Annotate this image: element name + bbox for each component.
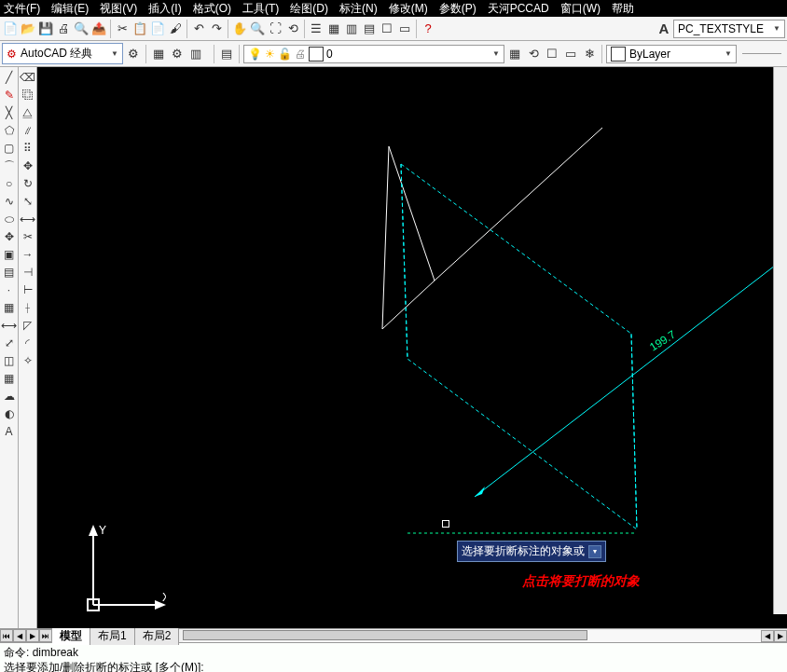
scrollbar-track[interactable]: [183, 630, 761, 642]
insert-icon[interactable]: ▤: [1, 264, 18, 281]
open-icon[interactable]: 📂: [20, 21, 36, 37]
scale-icon[interactable]: ⤡: [20, 193, 36, 210]
tab-layout2[interactable]: 布局2: [135, 627, 180, 645]
props-icon[interactable]: ☰: [308, 21, 324, 37]
move-icon[interactable]: ✥: [1, 228, 18, 245]
menu-edit[interactable]: 编辑(E): [51, 1, 89, 17]
rotate-icon[interactable]: ↻: [20, 175, 36, 192]
menu-modify[interactable]: 修改(M): [389, 1, 428, 17]
ws-save-icon[interactable]: ▦: [150, 46, 167, 62]
menu-help[interactable]: 帮助: [612, 1, 634, 17]
region-icon[interactable]: ◫: [1, 352, 18, 369]
dim2-icon[interactable]: ⤢: [1, 335, 18, 351]
xline-icon[interactable]: ╳: [1, 104, 18, 121]
pline-icon[interactable]: ✎: [1, 87, 18, 103]
save-icon[interactable]: 💾: [37, 21, 54, 37]
explode-icon[interactable]: ✧: [20, 352, 36, 369]
dim1-icon[interactable]: ⟷: [1, 317, 18, 334]
text-a-icon[interactable]: A: [656, 21, 672, 37]
cut-icon[interactable]: ✂: [114, 21, 131, 37]
tab-prev-icon[interactable]: ◀: [13, 629, 26, 642]
publish-icon[interactable]: 📤: [90, 21, 107, 37]
wipe-icon[interactable]: ◐: [1, 405, 18, 422]
table-icon[interactable]: ▦: [1, 370, 18, 387]
zoomwin-icon[interactable]: ⛶: [267, 21, 283, 37]
tab-model[interactable]: 模型: [52, 627, 90, 645]
match-icon[interactable]: 🖌: [167, 21, 184, 37]
rect-icon[interactable]: ▢: [1, 140, 18, 157]
polygon-icon[interactable]: ⬠: [1, 122, 18, 139]
menu-window[interactable]: 窗口(W): [560, 1, 601, 17]
layer-iso-icon[interactable]: ☐: [544, 46, 560, 62]
break2-icon[interactable]: ⊢: [20, 281, 36, 298]
paste-icon[interactable]: 📄: [149, 21, 166, 37]
layer-prev-icon[interactable]: ⟲: [525, 46, 542, 62]
extend-icon[interactable]: →: [20, 246, 36, 263]
print-icon[interactable]: 🖨: [55, 21, 72, 37]
help-icon[interactable]: ?: [420, 21, 436, 37]
menu-pccad[interactable]: 天河PCCAD: [488, 1, 549, 17]
tp-icon[interactable]: ▥: [343, 21, 360, 37]
scrollbar-thumb[interactable]: [183, 630, 587, 640]
layer-off-icon[interactable]: ▭: [562, 46, 579, 62]
zoomprev-icon[interactable]: ⟲: [284, 21, 301, 37]
mirror-icon[interactable]: ⧋: [20, 104, 36, 121]
menu-file[interactable]: 文件(F): [4, 1, 40, 17]
ssm-icon[interactable]: ▤: [361, 21, 378, 37]
scroll-right-icon[interactable]: ▶: [774, 630, 787, 642]
layer-dropdown[interactable]: 💡 ☀ 🔓 🖨 0 ▼: [243, 45, 504, 63]
point-icon[interactable]: ·: [1, 281, 18, 298]
spline-icon[interactable]: ∿: [1, 193, 18, 210]
trim-icon[interactable]: ✂: [20, 228, 36, 245]
pan-icon[interactable]: ✋: [231, 21, 248, 37]
layer-state-icon[interactable]: ▦: [506, 46, 523, 62]
ws-gear2-icon[interactable]: ⚙: [169, 46, 186, 62]
offset-icon[interactable]: ⫽: [20, 122, 36, 139]
textstyle-dropdown[interactable]: PC_TEXTSTYLE ▼: [673, 20, 785, 38]
ws-lock-icon[interactable]: ▥: [187, 46, 204, 62]
menu-format[interactable]: 格式(O): [193, 1, 231, 17]
dynamic-input[interactable]: 选择要折断标注的对象或 ▾: [457, 541, 606, 562]
erase-icon[interactable]: ⌫: [20, 69, 36, 86]
circle-icon[interactable]: ○: [1, 175, 18, 192]
preview-icon[interactable]: 🔍: [73, 21, 90, 37]
join-icon[interactable]: ⟊: [20, 299, 36, 316]
array-icon[interactable]: ⠿: [20, 140, 36, 157]
mtext-icon[interactable]: A: [1, 423, 18, 440]
hatch-icon[interactable]: ▦: [1, 299, 18, 316]
ellipse-icon[interactable]: ⬭: [1, 211, 18, 227]
copy-icon[interactable]: 📋: [131, 21, 148, 37]
menu-view[interactable]: 视图(V): [100, 1, 137, 17]
linetype-dropdown[interactable]: ByLayer ▼: [606, 45, 737, 63]
menu-insert[interactable]: 插入(I): [148, 1, 181, 17]
menu-tools[interactable]: 工具(T): [242, 1, 279, 17]
chamfer-icon[interactable]: ◸: [20, 317, 36, 334]
menu-dim[interactable]: 标注(N): [339, 1, 378, 17]
tab-first-icon[interactable]: ⏮: [0, 629, 13, 642]
undo-icon[interactable]: ↶: [190, 21, 207, 37]
block-icon[interactable]: ▣: [1, 246, 18, 263]
arc-icon[interactable]: ⌒: [1, 158, 18, 174]
copy-tool-icon[interactable]: ⿻: [20, 87, 36, 103]
drawing-canvas[interactable]: 199.7 选择要折断标注的对象或 ▾ 点击将要打断的对象 Y X: [37, 67, 787, 628]
new-icon[interactable]: 📄: [2, 21, 19, 37]
ws-gear-icon[interactable]: ⚙: [125, 46, 142, 62]
markup-icon[interactable]: ☐: [379, 21, 395, 37]
move2-icon[interactable]: ✥: [20, 158, 36, 174]
layer-prop-icon[interactable]: ▤: [218, 46, 235, 62]
calc-icon[interactable]: ▭: [396, 21, 413, 37]
menu-draw[interactable]: 绘图(D): [290, 1, 328, 17]
layer-frz-icon[interactable]: ❄: [581, 46, 598, 62]
line-icon[interactable]: ╱: [1, 69, 18, 86]
workspace-selector[interactable]: ⚙ AutoCAD 经典 ▼: [2, 43, 123, 64]
dc-icon[interactable]: ▦: [325, 21, 342, 37]
dynamic-input-menu-icon[interactable]: ▾: [588, 545, 601, 558]
menu-param[interactable]: 参数(P): [439, 1, 476, 17]
scroll-left-icon[interactable]: ◀: [761, 630, 774, 642]
fillet-icon[interactable]: ◜: [20, 335, 36, 351]
revcloud-icon[interactable]: ☁: [1, 388, 18, 405]
tab-layout1[interactable]: 布局1: [90, 627, 135, 645]
tab-last-icon[interactable]: ⏭: [39, 629, 52, 642]
stretch-icon[interactable]: ⟷: [20, 211, 36, 227]
break1-icon[interactable]: ⊣: [20, 264, 36, 281]
